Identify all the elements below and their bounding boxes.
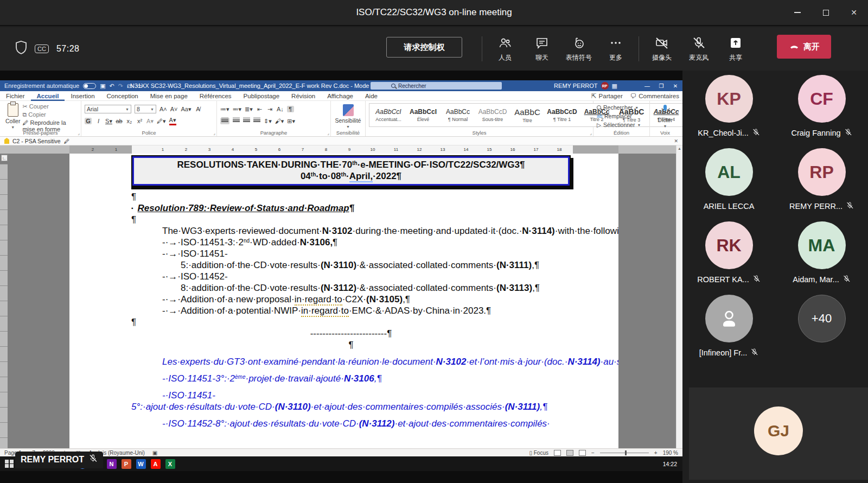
- participant-tile[interactable]: RPREMY PERR...: [775, 148, 868, 212]
- request-control-button[interactable]: 请求控制权: [386, 37, 462, 58]
- shrink-font-button[interactable]: A˅: [170, 106, 178, 112]
- document-paragraph[interactable]: ¶: [131, 214, 571, 225]
- decrease-indent-button[interactable]: ⇤: [256, 106, 263, 113]
- clipboard-launcher[interactable]: ⌟: [78, 131, 80, 136]
- font-size-select[interactable]: 8▼: [135, 105, 156, 113]
- style-élevé[interactable]: AaBbCcIÉlevé: [406, 105, 440, 125]
- macro-record-icon[interactable]: ▣: [152, 450, 157, 456]
- justify-button[interactable]: [253, 118, 260, 124]
- font-name-select[interactable]: Arial▼: [85, 105, 131, 113]
- paragraph-launcher[interactable]: ⌟: [327, 131, 329, 136]
- align-left-button[interactable]: [220, 118, 229, 124]
- zoom-in-button[interactable]: +: [654, 450, 658, 456]
- sort-button[interactable]: A↓: [277, 106, 284, 112]
- tab-fichier[interactable]: Fichier: [0, 91, 31, 101]
- numbering-button[interactable]: ≕▾: [233, 106, 242, 113]
- font-color-button[interactable]: A▾: [169, 117, 176, 125]
- styles-launcher[interactable]: ⌟: [590, 131, 592, 136]
- clear-format-button[interactable]: A̸: [195, 106, 202, 112]
- document-paragraph[interactable]: -·→·Addition·of·a·new·proposal·in·regard…: [162, 294, 571, 305]
- document-paragraph[interactable]: ¶: [131, 191, 571, 202]
- share-control[interactable]: 共享: [717, 36, 754, 62]
- reactions-control[interactable]: 表情符号: [560, 36, 597, 62]
- font-launcher[interactable]: ⌟: [213, 131, 215, 136]
- grow-font-button[interactable]: A˄: [159, 106, 167, 112]
- autosave-toggle[interactable]: [83, 83, 96, 89]
- paste-button[interactable]: Coller▼: [3, 103, 22, 129]
- tab-références[interactable]: Références: [194, 91, 238, 101]
- document-paragraph[interactable]: The·WG3·experts·reviewed·document·N·3102…: [131, 225, 571, 237]
- maximize-button[interactable]: [812, 0, 840, 25]
- cut-button[interactable]: ✂ Couper: [22, 103, 78, 110]
- tab-aide[interactable]: Aide: [359, 91, 384, 101]
- zoom-level[interactable]: 190 %: [663, 450, 678, 456]
- style-accentuat-[interactable]: AaBbCcIAccentuat...: [372, 105, 405, 125]
- print-layout-button[interactable]: [566, 450, 573, 456]
- text-effects-button[interactable]: A▾: [146, 118, 154, 125]
- comments-button[interactable]: 🗩Commentaires: [630, 93, 679, 99]
- tab-affichage[interactable]: Affichage: [321, 91, 359, 101]
- select-button[interactable]: ▷Sélectionner▼: [597, 121, 646, 129]
- tab-conception[interactable]: Conception: [101, 91, 144, 101]
- zoom-slider[interactable]: [600, 453, 649, 453]
- bold-button[interactable]: G: [85, 118, 92, 124]
- document-paragraph[interactable]: ▪Resolution·789:·Review·of·Status·and·Ro…: [131, 202, 571, 214]
- read-mode-button[interactable]: [554, 450, 561, 456]
- style--titre-1[interactable]: AaBbCcD¶ Titre 1: [545, 105, 579, 125]
- style-sous-titre[interactable]: AaBbCcDSous-titre: [476, 105, 509, 125]
- find-button[interactable]: Rechercher▼: [597, 104, 646, 112]
- dictate-button[interactable]: Dicter▼: [653, 103, 677, 129]
- document-paragraph[interactable]: -·→·Addition·of·a·potential·NWIP·in·rega…: [162, 305, 571, 316]
- document-paragraph[interactable]: ¶: [131, 316, 571, 328]
- onenote-icon[interactable]: N: [107, 459, 117, 469]
- word-restore-button[interactable]: ❐: [654, 80, 668, 91]
- participant-tile[interactable]: CFCraig Fanning: [775, 75, 868, 138]
- excel-icon[interactable]: X: [165, 459, 175, 469]
- underline-button[interactable]: S▾: [105, 118, 112, 125]
- mic-control-off[interactable]: 麦克风: [680, 36, 717, 62]
- strikethrough-button[interactable]: ab: [116, 118, 123, 124]
- search-input[interactable]: Rechercher: [371, 82, 502, 90]
- italic-button[interactable]: I: [95, 118, 102, 124]
- undo-icon[interactable]: ↶: [110, 82, 114, 90]
- edit-sensitivity-icon[interactable]: 🖉: [64, 138, 70, 144]
- chat-control[interactable]: 聊天: [524, 36, 560, 62]
- copy-button[interactable]: ⧉ Copier: [22, 111, 78, 118]
- redo-icon[interactable]: ↷: [118, 82, 123, 90]
- powerpoint-icon[interactable]: P: [122, 459, 131, 469]
- document-paragraph[interactable]: -·ISO·11452-8°:·ajout·des·résultats·du·v…: [131, 418, 571, 429]
- participant-tile[interactable]: MAAidam, Mar...: [775, 221, 868, 285]
- word-icon[interactable]: W: [136, 459, 146, 469]
- document-paragraph[interactable]: -·→·ISO·11452-8:·addition·of·the·CD·vote…: [162, 271, 571, 294]
- bullets-button[interactable]: ≔▾: [220, 106, 229, 113]
- focus-button[interactable]: ▯ Focus: [529, 450, 548, 456]
- document-paragraph[interactable]: -------------------------¶: [131, 328, 571, 339]
- minimize-button[interactable]: [783, 0, 812, 25]
- acrobat-icon[interactable]: A: [151, 459, 161, 469]
- document-paragraph[interactable]: -·→·ISO·11451-5:·addition·of·the·CD·vote…: [162, 248, 571, 271]
- start-button[interactable]: [5, 460, 14, 468]
- tab-insertion[interactable]: Insertion: [65, 91, 100, 101]
- tab-révision[interactable]: Révision: [285, 91, 321, 101]
- horizontal-ruler[interactable]: 21123456789101112131415161718: [0, 145, 676, 154]
- web-layout-button[interactable]: [579, 450, 586, 456]
- document-paragraph[interactable]: -·ISO·11451-3°:·2ème·projet·de·travail·a…: [131, 373, 571, 384]
- document-paragraph[interactable]: -·→·ISO·11451-3:·2nd·WD·added·N·3106,¶: [162, 237, 571, 248]
- document-paragraph[interactable]: Les·experts·du·GT3·ont·examiné·pendant·l…: [131, 356, 571, 367]
- line-spacing-button[interactable]: ⇕▾: [264, 118, 272, 125]
- show-marks-button[interactable]: ¶: [287, 106, 294, 112]
- multilevel-list-button[interactable]: ≣▾: [245, 106, 253, 113]
- people-control[interactable]: 人员: [487, 36, 524, 62]
- camera-control-off[interactable]: 摄像头: [643, 36, 680, 62]
- zoom-out-button[interactable]: −: [591, 450, 595, 456]
- style-titre[interactable]: AaBbCTitre: [510, 105, 544, 125]
- share-button[interactable]: ⇱Partager: [591, 92, 623, 100]
- leave-button[interactable]: 离开: [777, 35, 831, 59]
- tab-publipostage[interactable]: Publipostage: [238, 91, 286, 101]
- video-tile[interactable]: GJ: [689, 387, 868, 480]
- borders-button[interactable]: ⊞▾: [287, 118, 295, 125]
- subscript-button[interactable]: x₂: [126, 118, 133, 124]
- word-user-avatar[interactable]: RP: [601, 82, 609, 90]
- word-minimize-button[interactable]: —: [640, 80, 654, 91]
- document-page[interactable]: RESOLUTIONS·TAKEN·DURING·THE·70th·e-MEET…: [69, 154, 618, 448]
